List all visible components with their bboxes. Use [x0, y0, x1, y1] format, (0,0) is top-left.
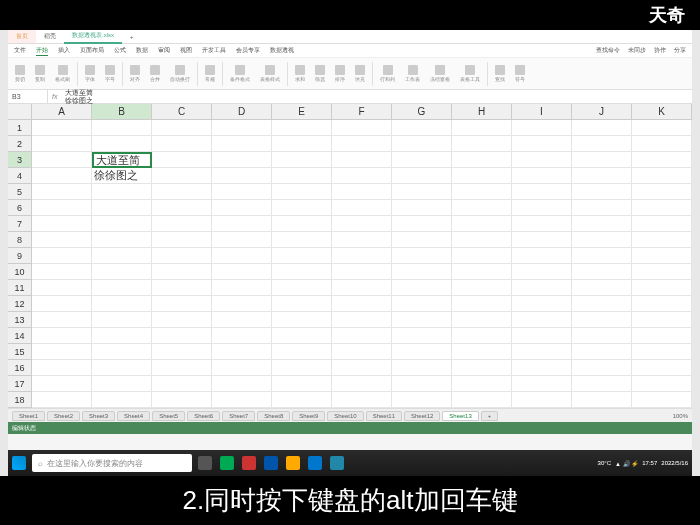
cell[interactable] — [212, 120, 272, 136]
cell[interactable] — [632, 248, 692, 264]
cell[interactable] — [92, 280, 152, 296]
cell[interactable] — [332, 200, 392, 216]
cell[interactable] — [32, 168, 92, 184]
sheet-8[interactable]: Sheet8 — [257, 411, 290, 421]
cell[interactable] — [272, 296, 332, 312]
cell[interactable] — [212, 184, 272, 200]
tab-add[interactable]: + — [122, 32, 142, 42]
cell[interactable] — [212, 392, 272, 408]
cell[interactable] — [332, 184, 392, 200]
cell[interactable] — [632, 216, 692, 232]
cell[interactable] — [332, 280, 392, 296]
cell[interactable] — [572, 136, 632, 152]
menu-view[interactable]: 视图 — [180, 46, 192, 55]
menu-file[interactable]: 文件 — [14, 46, 26, 55]
cell[interactable] — [512, 312, 572, 328]
fx-icon[interactable]: fx — [48, 93, 61, 100]
cell[interactable] — [32, 328, 92, 344]
cell[interactable] — [632, 136, 692, 152]
menu-pivot[interactable]: 数据透视 — [270, 46, 294, 55]
cell[interactable] — [332, 312, 392, 328]
cell[interactable] — [452, 312, 512, 328]
cell[interactable] — [512, 280, 572, 296]
cell[interactable] — [632, 168, 692, 184]
cell[interactable] — [632, 120, 692, 136]
cell[interactable] — [32, 216, 92, 232]
cell[interactable] — [332, 392, 392, 408]
taskbar-search[interactable]: ⌕在这里输入你要搜索的内容 — [32, 454, 192, 472]
start-icon[interactable] — [12, 456, 26, 470]
row-12[interactable]: 12 — [8, 296, 32, 312]
sheet-9[interactable]: Sheet9 — [292, 411, 325, 421]
cell[interactable] — [332, 248, 392, 264]
cell[interactable] — [572, 184, 632, 200]
row-16[interactable]: 16 — [8, 360, 32, 376]
ribbon-font[interactable]: 字体 — [82, 65, 98, 82]
menu-start[interactable]: 开始 — [36, 46, 48, 56]
cell[interactable] — [572, 312, 632, 328]
cell[interactable] — [572, 376, 632, 392]
formula-input[interactable]: 大道至简徐徐图之 — [61, 89, 97, 104]
cell[interactable] — [452, 248, 512, 264]
cell[interactable] — [152, 376, 212, 392]
row-17[interactable]: 17 — [8, 376, 32, 392]
cell[interactable] — [212, 216, 272, 232]
cell[interactable] — [632, 232, 692, 248]
cell[interactable] — [332, 328, 392, 344]
col-D[interactable]: D — [212, 104, 272, 120]
cell[interactable] — [272, 184, 332, 200]
cell[interactable] — [272, 200, 332, 216]
sheet-5[interactable]: Sheet5 — [152, 411, 185, 421]
cell[interactable] — [212, 248, 272, 264]
tray-icons[interactable]: ▲ 🔊 ⚡ — [615, 460, 638, 467]
ribbon-cut[interactable]: 剪切 — [12, 65, 28, 82]
ribbon-fill[interactable]: 填充 — [352, 65, 368, 82]
cell[interactable] — [152, 120, 212, 136]
cell[interactable] — [512, 328, 572, 344]
cell[interactable] — [632, 296, 692, 312]
task-icon-1[interactable] — [198, 456, 212, 470]
cell[interactable] — [452, 264, 512, 280]
cell[interactable] — [32, 200, 92, 216]
cell[interactable] — [632, 328, 692, 344]
sheet-4[interactable]: Sheet4 — [117, 411, 150, 421]
cell[interactable] — [212, 328, 272, 344]
cell[interactable] — [332, 232, 392, 248]
cell[interactable] — [152, 232, 212, 248]
cell[interactable] — [512, 216, 572, 232]
sheet-add[interactable]: + — [481, 411, 499, 421]
cell[interactable] — [332, 264, 392, 280]
col-E[interactable]: E — [272, 104, 332, 120]
cell[interactable] — [512, 264, 572, 280]
ribbon-sheet[interactable]: 工作表 — [402, 65, 423, 82]
cell[interactable] — [572, 232, 632, 248]
cell[interactable] — [152, 296, 212, 312]
cell[interactable] — [392, 168, 452, 184]
cell[interactable] — [32, 184, 92, 200]
menu-search[interactable]: 查找命令 — [596, 46, 620, 55]
row-3[interactable]: 3 — [8, 152, 32, 168]
menu-formula[interactable]: 公式 — [114, 46, 126, 55]
task-icon-6[interactable] — [308, 456, 322, 470]
col-G[interactable]: G — [392, 104, 452, 120]
ribbon-format[interactable]: 格式刷 — [52, 65, 73, 82]
cell[interactable] — [92, 344, 152, 360]
cell[interactable] — [92, 264, 152, 280]
cell[interactable] — [452, 360, 512, 376]
cell[interactable] — [32, 280, 92, 296]
cell[interactable] — [512, 392, 572, 408]
cell[interactable] — [272, 328, 332, 344]
tab-file[interactable]: 数据透视表.xlsx — [64, 30, 122, 44]
cell[interactable] — [392, 312, 452, 328]
cell[interactable] — [32, 232, 92, 248]
cell[interactable] — [572, 280, 632, 296]
cell[interactable] — [332, 136, 392, 152]
cell[interactable] — [212, 360, 272, 376]
cell[interactable] — [572, 264, 632, 280]
cell[interactable] — [572, 200, 632, 216]
cell[interactable] — [92, 376, 152, 392]
cell[interactable] — [632, 344, 692, 360]
tab-doc[interactable]: 稻壳 — [36, 30, 64, 43]
menu-share[interactable]: 分享 — [674, 46, 686, 55]
row-5[interactable]: 5 — [8, 184, 32, 200]
